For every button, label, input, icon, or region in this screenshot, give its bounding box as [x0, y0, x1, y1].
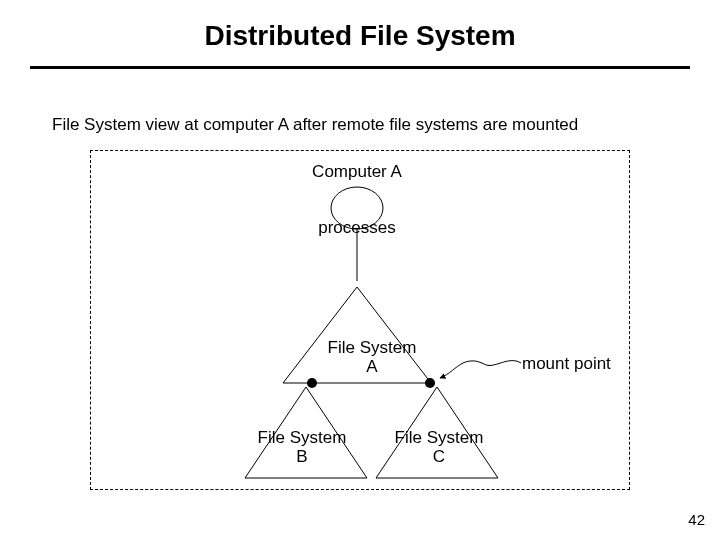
mount-point-arrow — [440, 361, 521, 378]
processes-icon — [331, 187, 383, 229]
mount-point-dot-left — [307, 378, 317, 388]
fs-b-triangle — [245, 387, 367, 478]
mount-point-dot-right — [425, 378, 435, 388]
fs-a-triangle — [283, 287, 431, 383]
diagram-svg — [0, 0, 720, 540]
fs-c-triangle — [376, 387, 498, 478]
